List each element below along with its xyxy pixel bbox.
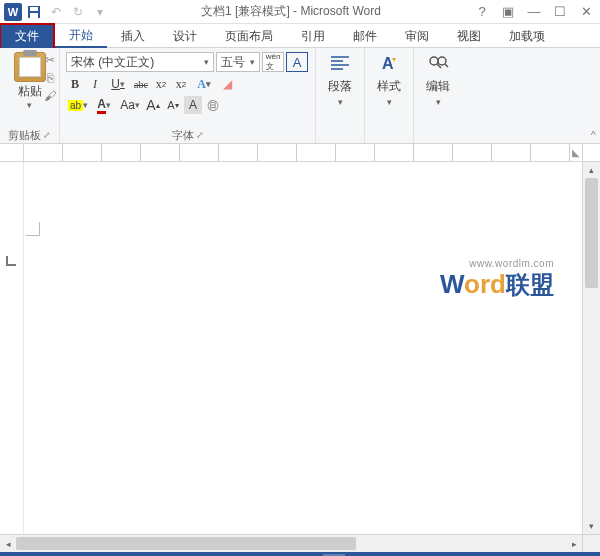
bold-button[interactable]: B [66,75,84,93]
scroll-down-button[interactable]: ▾ [583,518,600,534]
cut-button[interactable]: ✂ [42,52,58,68]
styles-button[interactable]: A 样式 ▾ [369,50,409,107]
text-effects-button[interactable]: A▾ [192,75,216,93]
scroll-up-button[interactable]: ▴ [583,162,600,178]
paste-button[interactable]: 粘贴 ▾ [14,50,46,110]
redo-button[interactable]: ↻ [68,2,88,22]
chevron-down-icon: ▾ [250,57,255,67]
highlight-button[interactable]: ab▾ [66,96,90,114]
format-painter-button[interactable]: 🖌 [42,88,58,104]
tab-stop-icon[interactable] [6,256,16,266]
underline-button[interactable]: U▾ [106,75,130,93]
svg-text:A: A [382,55,394,72]
font-launcher[interactable]: ⤢ [196,130,204,140]
font-name-dropdown[interactable]: 宋体 (中文正文)▾ [66,52,214,72]
strikethrough-button[interactable]: abc [132,75,150,93]
shrink-font-button[interactable]: A▾ [164,96,182,114]
ribbon-tabs: 文件 开始 插入 设计 页面布局 引用 邮件 审阅 视图 加载项 [0,24,600,48]
tab-layout[interactable]: 页面布局 [211,24,287,48]
chevron-down-icon: ▾ [436,97,441,107]
watermark: www.wordlm.com Word联盟 [440,258,554,301]
group-font: 宋体 (中文正文)▾ 五号▾ wén文 A B I U▾ abc x2 x2 A… [60,48,316,143]
tab-view[interactable]: 视图 [443,24,495,48]
vertical-scrollbar[interactable]: ▴ ▾ [582,162,600,534]
svg-rect-1 [30,7,38,11]
tab-review[interactable]: 审阅 [391,24,443,48]
group-font-label: 字体 [172,128,194,143]
clear-formatting-button[interactable]: ◢ [218,75,236,93]
statusbar: 第 1 页，共 1 页 0 个字 ▢中文(中国) ▦ − + 100% [0,552,600,556]
document-area: www.wordlm.com Word联盟 ▴ ▾ [0,162,600,534]
tab-insert[interactable]: 插入 [107,24,159,48]
enclose-char-button[interactable]: ㊐ [204,96,222,114]
chevron-down-icon: ▾ [204,57,209,67]
italic-button[interactable]: I [86,75,104,93]
scroll-left-button[interactable]: ◂ [0,535,16,552]
group-clipboard-label: 剪贴板 [8,128,41,143]
collapse-ribbon-button[interactable]: ^ [591,129,596,141]
tab-file[interactable]: 文件 [0,23,55,48]
minimize-button[interactable]: — [524,2,544,22]
tab-mailings[interactable]: 邮件 [339,24,391,48]
tab-references[interactable]: 引用 [287,24,339,48]
subscript-button[interactable]: x2 [152,75,170,93]
tab-design[interactable]: 设计 [159,24,211,48]
crop-mark-icon [26,222,40,236]
copy-button[interactable]: ⎘ [42,70,58,86]
font-color-button[interactable]: A▾ [92,96,116,114]
clipboard-launcher[interactable]: ⤢ [43,130,51,140]
svg-rect-2 [30,13,38,18]
ribbon: 粘贴 ▾ ✂ ⎘ 🖌 剪贴板⤢ 宋体 (中文正文)▾ 五号▾ wén文 A B … [0,48,600,144]
char-border-button[interactable]: A [286,52,308,72]
vertical-ruler[interactable] [0,162,24,534]
chevron-down-icon: ▾ [387,97,392,107]
paragraph-icon [328,52,352,76]
document-page[interactable]: www.wordlm.com Word联盟 [24,162,582,534]
styles-icon: A [377,52,401,76]
change-case-button[interactable]: Aa▾ [118,96,142,114]
group-editing: 编辑 ▾ [414,48,462,143]
superscript-button[interactable]: x2 [172,75,190,93]
hscroll-thumb[interactable] [16,537,356,550]
chevron-down-icon: ▾ [27,100,32,110]
group-styles: A 样式 ▾ [365,48,414,143]
watermark-url: www.wordlm.com [440,258,554,269]
ribbon-display-options[interactable]: ▣ [498,2,518,22]
qat-more-button[interactable]: ▾ [90,2,110,22]
maximize-button[interactable]: ☐ [550,2,570,22]
help-button[interactable]: ? [472,2,492,22]
close-button[interactable]: ✕ [576,2,596,22]
svg-line-11 [445,64,448,67]
group-clipboard: 粘贴 ▾ ✂ ⎘ 🖌 剪贴板⤢ [0,48,60,143]
svg-point-8 [430,57,438,65]
save-button[interactable] [24,2,44,22]
horizontal-scrollbar[interactable]: ◂ ▸ [0,534,600,552]
ruler-corner [0,144,24,161]
titlebar: W ↶ ↻ ▾ 文档1 [兼容模式] - Microsoft Word ? ▣ … [0,0,600,24]
tab-home[interactable]: 开始 [55,24,107,48]
chevron-down-icon: ▾ [338,97,343,107]
editing-button[interactable]: 编辑 ▾ [418,50,458,107]
paragraph-button[interactable]: 段落 ▾ [320,50,360,107]
find-icon [426,52,450,76]
phonetic-guide-button[interactable]: wén文 [262,52,284,72]
window-title: 文档1 [兼容模式] - Microsoft Word [110,3,472,20]
char-shading-button[interactable]: A [184,96,202,114]
vscroll-thumb[interactable] [585,178,598,288]
tab-addins[interactable]: 加载项 [495,24,559,48]
word-app-icon: W [4,3,22,21]
horizontal-ruler[interactable]: ◣ [0,144,600,162]
group-paragraph: 段落 ▾ [316,48,365,143]
paste-icon [14,52,46,82]
scroll-right-button[interactable]: ▸ [566,535,582,552]
ruler-marker[interactable]: ◣ [572,147,580,158]
font-size-dropdown[interactable]: 五号▾ [216,52,260,72]
undo-button[interactable]: ↶ [46,2,66,22]
grow-font-button[interactable]: A▴ [144,96,162,114]
svg-point-10 [438,57,446,65]
